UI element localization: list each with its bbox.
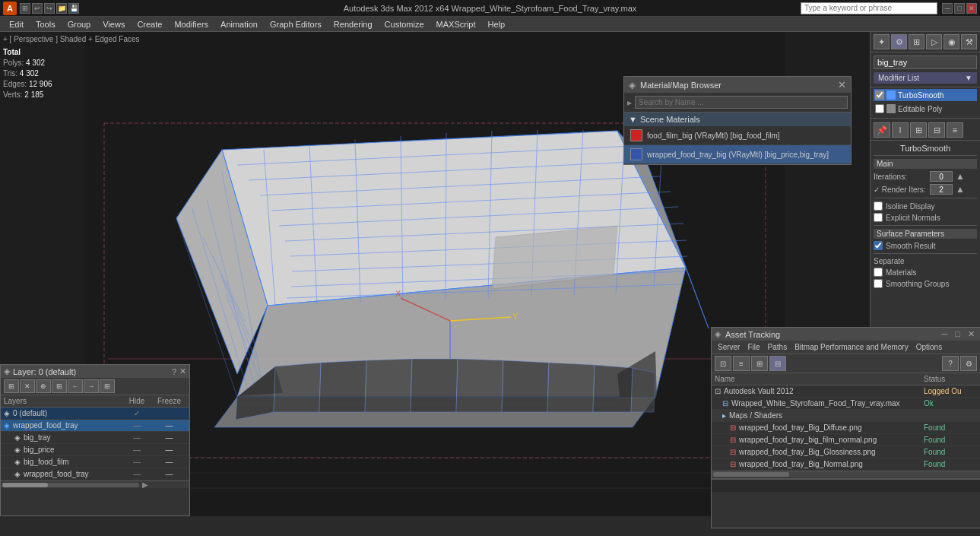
pin-icon[interactable]: 📌 [874, 122, 890, 138]
menu-tools[interactable]: Tools [30, 19, 62, 30]
menu-views[interactable]: Views [97, 19, 131, 30]
layer-row-big-tray[interactable]: ◈ big_tray — — [1, 432, 189, 444]
layers-add-sel-btn[interactable]: ⊕ [36, 379, 51, 393]
hierarchy-icon[interactable]: ⊞ [909, 34, 924, 49]
layers-new-btn[interactable]: ⊞ [4, 379, 19, 393]
smoothing-groups-checkbox[interactable] [874, 279, 883, 288]
asset-menu-server[interactable]: Server [715, 342, 743, 352]
asset-path-input[interactable] [712, 479, 980, 492]
menu-animation[interactable]: Animation [214, 19, 264, 30]
menu-edit[interactable]: Edit [3, 19, 30, 30]
maximize-btn[interactable]: □ [954, 3, 965, 14]
asset-menu-options[interactable]: Options [913, 342, 945, 352]
layers-select-btn[interactable]: ⊞ [52, 379, 67, 393]
asset-maximize-btn[interactable]: □ [953, 329, 963, 339]
menu-group[interactable]: Group [62, 19, 97, 30]
iterations-input[interactable] [930, 171, 953, 182]
materials-checkbox[interactable] [874, 268, 883, 277]
render-iters-input[interactable] [930, 184, 953, 195]
minimize-btn[interactable]: ─ [942, 3, 953, 14]
isoline-checkbox[interactable] [874, 201, 883, 211]
menu-graph-editors[interactable]: Graph Editors [264, 19, 328, 30]
asset-minimize-btn[interactable]: ─ [940, 329, 950, 339]
asset-menu-file[interactable]: File [744, 342, 763, 352]
asset-row-glossiness[interactable]: ⊟ wrapped_food_tray_Big_Glossiness.png F… [712, 446, 980, 458]
create-icon[interactable]: ✦ [874, 34, 890, 49]
explicit-normals-checkbox[interactable] [874, 213, 883, 222]
modifier-list-dropdown-icon[interactable]: ▼ [965, 74, 972, 82]
layers-help-btn[interactable]: ? [172, 367, 176, 376]
asset-scroll-area[interactable]: ⊡ Autodesk Vault 2012 Logged Ou ⊟ Wrappe… [712, 385, 980, 471]
search-input[interactable] [801, 2, 937, 14]
layers-move-down-btn[interactable]: → [84, 379, 99, 393]
layers-close-btn[interactable]: ✕ [179, 366, 186, 376]
asset-row-film-normal[interactable]: ⊟ wrapped_food_tray_big_film_normal.png … [712, 434, 980, 446]
material-item-1[interactable]: wrapped_food_tray_big (VRayMtl) [big_pri… [624, 145, 851, 164]
undo-btn[interactable]: ↩ [32, 3, 43, 14]
asset-help-btn[interactable]: ? [942, 356, 959, 371]
asset-menu-bitmap[interactable]: Bitmap Performance and Memory [791, 342, 912, 352]
modifier-editable-poly[interactable]: Editable Poly [874, 103, 977, 115]
asset-row-vault[interactable]: ⊡ Autodesk Vault 2012 Logged Ou [712, 385, 980, 398]
right-panel-icon-row-2: 📌 I ⊞ ⊟ ≡ [871, 120, 980, 141]
quick-access-btn[interactable]: ⊞ [20, 3, 30, 14]
save-btn[interactable]: 💾 [68, 3, 79, 14]
asset-list-btn[interactable]: ≡ [733, 356, 750, 371]
svg-marker-55 [547, 363, 595, 412]
material-search-input[interactable] [635, 96, 848, 109]
more-icon[interactable]: ≡ [947, 122, 963, 138]
asset-table-btn[interactable]: ⊟ [769, 356, 786, 371]
object-name-input[interactable] [874, 56, 977, 69]
close-btn[interactable]: ✕ [966, 3, 977, 14]
menu-customize[interactable]: Customize [379, 19, 430, 30]
smooth-result-checkbox[interactable] [874, 241, 883, 250]
asset-row-maps-group[interactable]: ▸ Maps / Shaders [712, 410, 980, 422]
menu-bar: Edit Tools Group Views Create Modifiers … [0, 17, 980, 32]
asset-menu-paths[interactable]: Paths [765, 342, 791, 352]
title-bar-right: ─ □ ✕ [801, 2, 977, 14]
open-btn[interactable]: 📁 [56, 3, 67, 14]
modifier-editablepoly-checkbox[interactable] [875, 104, 884, 113]
layer-row-big-food-film[interactable]: ◈ big_food_film — — [1, 456, 189, 468]
modifier-turbosmooth[interactable]: TurboSmooth [874, 89, 977, 101]
channel-info-icon[interactable]: ⊞ [910, 122, 927, 138]
menu-rendering[interactable]: Rendering [328, 19, 379, 30]
layer-row-big-price[interactable]: ◈ big_price — — [1, 444, 189, 456]
iterations-spinner-up[interactable]: ▲ [956, 171, 965, 182]
layers-expand-btn[interactable]: ⊞ [100, 379, 115, 393]
properties-icon[interactable]: I [892, 122, 909, 138]
display-icon[interactable]: ◉ [944, 34, 959, 49]
menu-help[interactable]: Help [482, 19, 512, 30]
layers-delete-btn[interactable]: ✕ [20, 379, 35, 393]
material-browser-close[interactable]: ✕ [838, 79, 846, 90]
layers-scroll-arrow-right[interactable]: ▶ [142, 480, 148, 489]
utilities-icon[interactable]: ⚒ [961, 34, 977, 49]
menu-modifiers[interactable]: Modifiers [168, 19, 214, 30]
menu-maxscript[interactable]: MAXScript [430, 19, 482, 30]
modifier-turbosmooth-checkbox[interactable] [875, 90, 884, 100]
material-item-0[interactable]: food_film_big (VRayMtl) [big_food_film] [624, 126, 851, 145]
asset-map-btn[interactable]: ⊞ [751, 356, 768, 371]
asset-status-maxfile: Ok [924, 399, 977, 408]
menu-create[interactable]: Create [131, 19, 168, 30]
redo-btn[interactable]: ↪ [44, 3, 55, 14]
channel-display-icon[interactable]: ⊟ [928, 122, 945, 138]
layers-scroll-area[interactable]: ◈ 0 (default) ✓ ◈ wrapped_food_tray — — … [1, 408, 189, 480]
asset-options-btn[interactable]: ⚙ [960, 356, 977, 371]
layers-scrollbar[interactable]: ▶ [1, 480, 189, 488]
layers-title-content: ◈ Layer: 0 (default) [4, 366, 76, 376]
render-iters-spinner-up[interactable]: ▲ [956, 184, 965, 195]
layer-row-default[interactable]: ◈ 0 (default) ✓ [1, 408, 189, 420]
asset-row-maxfile[interactable]: ⊟ Wrapped_White_Styrofoam_Food_Tray_vray… [712, 398, 980, 410]
asset-row-normal[interactable]: ⊟ wrapped_food_tray_Big_Normal.png Found [712, 458, 980, 471]
asset-close-btn[interactable]: ✕ [966, 329, 977, 339]
asset-vault-btn[interactable]: ⊡ [715, 356, 731, 371]
layer-row-wrapped[interactable]: ◈ wrapped_food_tray — — [1, 420, 189, 432]
modify-icon[interactable]: ⚙ [891, 34, 907, 49]
layers-move-up-btn[interactable]: ← [68, 379, 83, 393]
title-bar-left: A ⊞ ↩ ↪ 📁 💾 [3, 2, 79, 15]
asset-scrollbar-h[interactable] [712, 471, 980, 478]
motion-icon[interactable]: ▷ [926, 34, 942, 49]
layer-row-wrapped-food-tray-2[interactable]: ◈ wrapped_food_tray — — [1, 468, 189, 480]
asset-row-diffuse[interactable]: ⊟ wrapped_food_tray_Big_Diffuse.png Foun… [712, 422, 980, 434]
